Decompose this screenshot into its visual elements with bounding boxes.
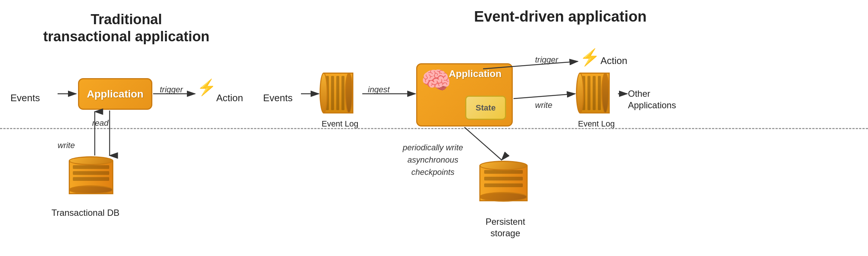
- right-title: Event-driven application: [253, 7, 868, 25]
- left-db-cylinder: [69, 156, 113, 201]
- right-other-apps-label: Other Applications: [628, 88, 680, 111]
- right-events-label: Events: [263, 92, 293, 104]
- left-trigger-label: trigger: [160, 85, 183, 95]
- right-eventlog1: [320, 73, 353, 113]
- right-storage-label: Persistent storage: [472, 216, 539, 239]
- diagram-container: Traditional transactional application Ev…: [0, 0, 868, 256]
- right-ingest-label: ingest: [368, 85, 390, 95]
- right-write-label: write: [535, 100, 552, 110]
- right-eventlog1-label: Event Log: [318, 119, 362, 129]
- svg-line-13: [514, 94, 575, 99]
- left-write-label: write: [58, 141, 75, 150]
- left-events-label: Events: [10, 92, 40, 104]
- right-state-box: State: [465, 96, 506, 120]
- right-lightning-icon: ⚡: [580, 48, 600, 67]
- right-eventlog2-label: Event Log: [574, 119, 619, 129]
- dashed-divider: [0, 128, 868, 129]
- left-read-label: read: [92, 118, 108, 128]
- svg-line-15: [464, 127, 502, 160]
- right-action-label: Action: [600, 55, 627, 67]
- left-action-label: Action: [216, 92, 243, 104]
- right-storage-cylinder: [479, 161, 528, 209]
- right-application-label: Application: [449, 68, 502, 80]
- left-lightning-icon: ⚡: [197, 78, 216, 96]
- left-title: Traditional transactional application: [19, 11, 234, 45]
- left-application-box: Application: [78, 78, 152, 110]
- left-db-label: Transactional DB: [48, 208, 123, 218]
- right-trigger-label: trigger: [535, 55, 558, 65]
- right-eventlog2: [576, 73, 609, 113]
- right-application-box: 🧠 Application State: [416, 63, 513, 127]
- right-checkpoint-label: periodically write asynchronous checkpoi…: [396, 141, 470, 178]
